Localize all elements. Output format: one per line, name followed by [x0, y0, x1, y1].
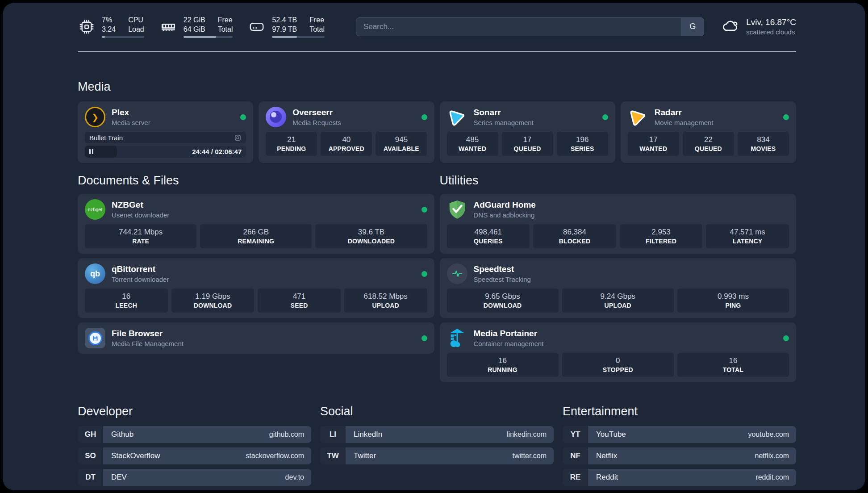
stat-label: QUEUED [684, 145, 732, 153]
card-sonarr[interactable]: Sonarr Series management 485 WANTED 17 Q… [440, 101, 615, 163]
card-plex[interactable]: ❯ Plex Media server Bullet Train [78, 101, 253, 163]
stat-label: DOWNLOAD [173, 301, 253, 310]
stat-label: FILTERED [622, 237, 701, 246]
pause-icon[interactable] [89, 149, 93, 154]
stat-value: 618.52 Mbps [346, 292, 426, 301]
app-name: Speedtest [474, 264, 531, 274]
stat-value: 16 [449, 356, 557, 366]
app-subtitle: Media Requests [292, 118, 341, 127]
disk-progress-bar [272, 36, 325, 38]
stat-label: LATENCY [708, 237, 787, 246]
link-reddit[interactable]: RE Reddit reddit.com [563, 469, 796, 486]
stat-label: MOVIES [739, 145, 787, 153]
search-engine-button[interactable]: G [681, 17, 704, 36]
link-url: linkedin.com [507, 430, 547, 439]
card-radarr[interactable]: Radarr Movie management 17 WANTED 22 QUE… [621, 101, 796, 163]
top-bar: 7% 3.24 CPU Load [3, 15, 865, 38]
media-settings-icon[interactable] [234, 134, 242, 142]
link-url: reddit.com [755, 473, 789, 481]
link-badge: LI [320, 426, 346, 443]
stat-value: 21 [267, 135, 315, 145]
section-title-utilities: Utilities [440, 173, 797, 188]
disk-total-value: 97.9 TB [272, 25, 297, 34]
link-badge: DT [78, 469, 103, 486]
media-grid: ❯ Plex Media server Bullet Train [78, 101, 796, 163]
stat-box: 471 SEED [258, 288, 341, 313]
stat-box: 16 LEECH [85, 288, 168, 313]
stat-value: 17 [504, 135, 551, 145]
link-stackoverflow[interactable]: SO StackOverflow stackoverflow.com [78, 447, 311, 464]
cpu-usage-value: 7% [102, 15, 116, 25]
link-name: Github [111, 430, 134, 439]
card-speedtest[interactable]: Speedtest Speedtest Tracking 9.65 Gbps D… [440, 258, 797, 318]
stat-value: 498,461 [449, 227, 528, 237]
stat-label: UPLOAD [564, 301, 672, 310]
card-overseerr[interactable]: Overseerr Media Requests 21 PENDING 40 A… [259, 101, 434, 163]
stat-value: 9.65 Gbps [449, 292, 557, 301]
stat-label: AVAILABLE [377, 145, 425, 153]
stat-value: 16 [87, 292, 166, 301]
ram-progress-fill [184, 36, 216, 38]
playback-time: 24:44 / 02:06:47 [192, 146, 242, 158]
disk-stat: 52.4 TB 97.9 TB Free Total [248, 15, 325, 38]
link-badge: NF [563, 447, 588, 464]
link-linkedin[interactable]: LI LinkedIn linkedin.com [320, 426, 554, 443]
sonarr-icon [447, 107, 467, 127]
status-dot [240, 114, 246, 120]
link-dev[interactable]: DT DEV dev.to [78, 469, 311, 486]
stat-value: 22 [684, 135, 732, 145]
card-nzbget[interactable]: nzbget NZBGet Usenet downloader 744.21 M… [78, 194, 434, 254]
status-dot [421, 207, 427, 213]
status-dot [783, 335, 789, 341]
card-portainer[interactable]: Media Portainer Container management 16 … [440, 322, 797, 382]
ram-progress-bar [184, 36, 233, 38]
link-name: LinkedIn [354, 430, 382, 439]
stat-value: 1.19 Gbps [173, 292, 253, 301]
link-name: Reddit [596, 473, 618, 482]
card-adguard[interactable]: AdGuard Home DNS and adblocking 498,461 … [440, 194, 797, 254]
stat-box: 40 APPROVED [321, 132, 372, 156]
stat-box: 945 AVAILABLE [376, 132, 427, 156]
link-github[interactable]: GH Github github.com [78, 426, 311, 443]
status-dot [421, 271, 427, 277]
stat-label: UPLOAD [346, 301, 426, 310]
disk-free-label: Free [309, 15, 325, 25]
app-name: Media Portainer [474, 328, 544, 338]
stat-value: 945 [377, 135, 425, 145]
cpu-stat: 7% 3.24 CPU Load [78, 15, 144, 38]
app-name: NZBGet [112, 200, 169, 210]
search-input[interactable] [356, 17, 704, 36]
disk-free-value: 52.4 TB [272, 15, 297, 25]
weather-location-temp: Lviv, 16.87°C [746, 17, 796, 28]
link-badge: YT [563, 426, 588, 443]
stat-label: SERIES [559, 145, 606, 153]
stat-value: 196 [559, 135, 606, 145]
stat-value: 0.993 ms [679, 292, 787, 301]
card-qbittorrent[interactable]: qb qBittorrent Torrent downloader 16 LEE… [78, 258, 434, 318]
stat-label: REMAINING [202, 237, 310, 246]
playback-progress-bar[interactable]: 24:44 / 02:06:47 [85, 146, 246, 158]
link-youtube[interactable]: YT YouTube youtube.com [563, 426, 796, 443]
app-subtitle: Media server [112, 118, 150, 127]
link-badge: GH [78, 426, 103, 443]
stat-box: 22 QUEUED [683, 132, 734, 156]
overseerr-icon [266, 107, 286, 127]
stat-value: 266 GB [202, 227, 310, 237]
stat-label: APPROVED [322, 145, 370, 153]
stat-box: 39.6 TB DOWNLOADED [315, 224, 427, 248]
app-name: Overseerr [292, 107, 341, 117]
link-badge: RE [563, 469, 588, 486]
link-netflix[interactable]: NF Netflix netflix.com [563, 447, 796, 464]
link-twitter[interactable]: TW Twitter twitter.com [320, 447, 554, 464]
stat-box: 0 STOPPED [562, 353, 674, 377]
weather-widget: Lviv, 16.87°C scattered clouds [720, 17, 796, 37]
stat-label: BLOCKED [535, 237, 614, 246]
ram-free-value: 22 GiB [184, 15, 205, 25]
ram-stat: 22 GiB 64 GiB Free Total [159, 15, 233, 38]
card-filebrowser[interactable]: File Browser Media File Management [78, 322, 434, 354]
link-name: YouTube [596, 430, 626, 439]
stat-value: 9.24 Gbps [564, 292, 672, 301]
stat-label: TOTAL [679, 366, 787, 374]
stat-box: 47.571 ms LATENCY [706, 224, 789, 248]
ram-total-value: 64 GiB [184, 25, 205, 34]
